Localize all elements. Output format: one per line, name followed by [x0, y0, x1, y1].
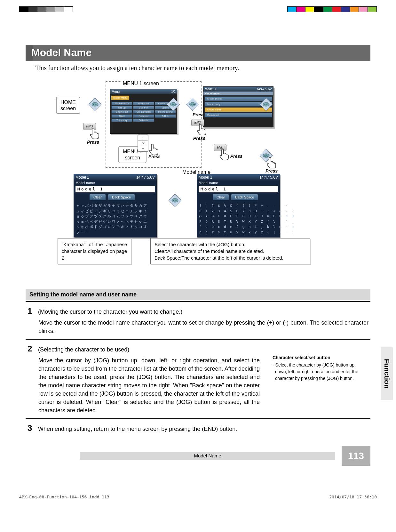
svg-text:JOG: JOG [173, 199, 177, 202]
page-number: 113 [342, 446, 370, 466]
name-header-right: 14:47 5.6V [136, 175, 155, 180]
svg-text:JOG: JOG [190, 103, 195, 106]
menu1-cell: Acceleration [111, 102, 132, 105]
jog-icon: JOG [88, 97, 102, 111]
clear-button: Clear [213, 194, 229, 200]
function-side-tab: Function [381, 347, 393, 400]
annotation-line: Back Space:The character at the left of … [154, 254, 306, 261]
press-label: Press [193, 112, 205, 117]
press-label: Press [193, 136, 205, 141]
step-number: 1 [28, 305, 36, 317]
step-number: 2 [28, 343, 36, 355]
imprint-line: 4PX-Eng-08-Function-104-156.indd 113 201… [0, 485, 396, 503]
step-side-note: Character select/set button - Select the… [273, 343, 368, 415]
menu1-cell: Receiver [133, 114, 154, 118]
step-number: 3 [28, 422, 36, 434]
name-header-right: 14:47 5.6V [259, 175, 278, 180]
navigation-diagram: MENU 1 screen HOME screen Menu1/2 Model … [26, 81, 370, 283]
hand-icon [147, 142, 160, 155]
svg-text:JOG: JOG [264, 103, 268, 106]
menu1-cell: Telemetry [111, 118, 132, 122]
menu1-cell: End point [133, 102, 154, 105]
jog-icon: JOG [259, 97, 273, 111]
press-label: Press [148, 154, 161, 159]
char-grid-latin: ! " # $ % & ' ( ) * + , - . / 0 1 2 3 4 … [197, 202, 280, 238]
home-screen-label: HOME screen [56, 97, 80, 114]
annotation-line: Clear:All characters of the model name a… [154, 248, 306, 254]
svg-text:JOG: JOG [93, 103, 97, 106]
side-note-head: Character select/set button [273, 354, 368, 361]
hand-icon [88, 126, 101, 139]
hand-icon [195, 122, 208, 135]
press-label: Press [230, 154, 242, 159]
model-menu-clock: 14:47 5.6V [257, 87, 272, 91]
section-header: Setting the model name and user name [26, 289, 370, 300]
print-registration-marks [0, 6, 396, 16]
menu1-header: Menu [112, 90, 120, 93]
model-menu-item: Data reset [204, 113, 272, 117]
menu1-cell: Idle up [111, 106, 132, 109]
side-note-body: - Select the character by (JOG) button u… [273, 362, 368, 382]
annotation-controls: Select the character with the (JOG) butt… [150, 238, 310, 264]
or-label: or [138, 141, 148, 146]
hand-icon [218, 147, 230, 160]
menu1-cell: Sub trim [133, 106, 154, 109]
name-header-left: Model 1 [75, 175, 89, 180]
jog-icon: JOG [168, 193, 182, 207]
jog-icon: JOG [166, 97, 180, 111]
plus-icon: + [138, 135, 148, 141]
backspace-button: Back Space [231, 194, 258, 200]
imprint-file: 4PX-Eng-08-Function-104-156.indd 113 [19, 495, 109, 499]
menu1-cell: Fail-safe [133, 118, 154, 122]
intro-text: This function allows you to assign a ten… [35, 64, 370, 72]
menu1-cell: Engine cut [111, 110, 132, 114]
model-name-screen-latin: Model 114:47 5.6V Model name Model 1 Cle… [197, 174, 280, 238]
svg-text:JOG: JOG [171, 103, 176, 106]
plus-minus-control: + or − [138, 134, 148, 152]
color-bar [287, 6, 377, 16]
footer-label: Model Name [80, 452, 335, 460]
annotation-line: Select the character with the (JOG) butt… [154, 241, 306, 248]
menu1-cell: A.B.S. [155, 114, 176, 118]
clear-button: Clear [90, 194, 106, 200]
steps-list: 1 (Moving the cursor to the character yo… [26, 301, 370, 438]
minus-icon: − [138, 146, 148, 151]
imprint-date: 2014/07/18 17:36:10 [329, 495, 377, 499]
model-menu-header: Model 1 [205, 87, 216, 91]
menu1-cell: Start [111, 114, 132, 118]
step-lead: (Selecting the character to be used) [38, 346, 129, 353]
step-body: Move the cursor by (JOG) button up, down… [38, 356, 260, 415]
menu1-selected-item: Model menu [111, 95, 130, 100]
press-label: Press [265, 168, 278, 173]
step-body: Move the cursor to the model name charac… [38, 318, 368, 335]
step-2: 2 (Selecting the character to be used) M… [26, 339, 370, 418]
grayscale-bar [19, 6, 73, 16]
page-title: Model Name [26, 45, 370, 61]
press-label: Press [87, 140, 99, 145]
menu1-label: MENU 1 screen [122, 81, 160, 86]
step-3: 3 When ending setting, return to the men… [26, 418, 370, 438]
model-menu-sub: Model menu [203, 92, 273, 95]
step-lead: (Moving the cursor to the character you … [38, 309, 182, 315]
backspace-button: Back Space [108, 194, 135, 200]
name-input-field: Model 1 [199, 186, 278, 192]
char-grid-katakana: ャァパバダザガラヤマハナタサカア ュィピビヂジギリユミヒニチシキイ ョゥプブヅズ… [74, 202, 157, 238]
name-input-field: Model 1 [75, 186, 155, 192]
name-header-left: Model 1 [199, 175, 212, 180]
name-sublabel: Model name [74, 181, 157, 185]
jog-icon: JOG [186, 97, 200, 111]
model-name-screen-katakana: Model 114:47 5.6V Model name Model 1 Cle… [74, 174, 157, 238]
step-1: 1 (Moving the cursor to the character yo… [26, 301, 370, 339]
step-body: When ending setting, return to the menu … [38, 426, 237, 432]
annotation-katakana: "Katakana" of the Japanese character is … [58, 238, 131, 264]
hand-icon [265, 156, 278, 168]
menu1-page-indicator: 1/2 [171, 90, 176, 93]
name-sublabel: Model name [197, 181, 280, 185]
page-footer: Model Name 113 [26, 446, 370, 466]
menu1-cell: Ch. Reverse [133, 110, 154, 114]
